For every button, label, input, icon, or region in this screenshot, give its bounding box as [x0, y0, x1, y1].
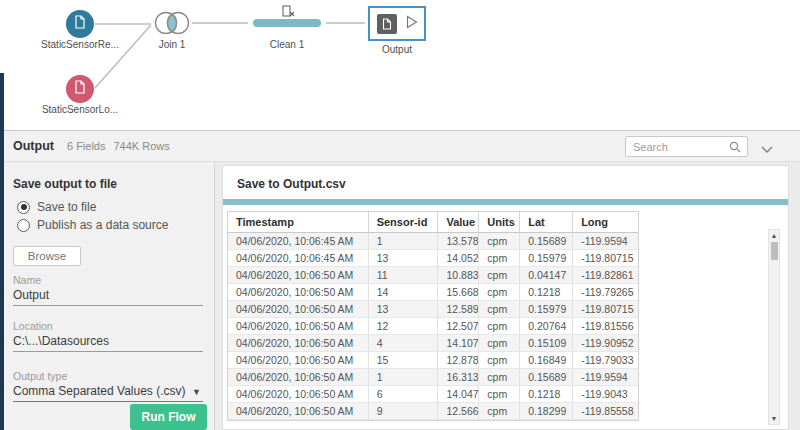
table-cell: 1 [369, 369, 439, 385]
output-type-value: Comma Separated Values (.csv) [13, 384, 186, 398]
node-static-sensor-readings[interactable] [66, 10, 94, 38]
location-label: Location [13, 320, 53, 332]
table-cell: cpm [479, 250, 520, 266]
table-cell: 04/06/2020, 10:06:50 AM [228, 301, 369, 317]
table-cell: 0.1218 [520, 386, 573, 402]
progress-bar [223, 199, 788, 205]
node-static-sensor-locations[interactable] [66, 75, 94, 103]
fields-count: 6 Fields [67, 140, 106, 152]
search-box[interactable] [625, 136, 748, 157]
table-cell: cpm [479, 335, 520, 351]
table-cell: 0.16849 [520, 352, 573, 368]
radio-unselected-icon[interactable] [17, 219, 30, 232]
node-label-output: Output [332, 44, 462, 55]
rows-count: 744K Rows [114, 140, 170, 152]
radio-publish-data-source[interactable]: Publish as a data source [17, 218, 214, 232]
table-cell: 0.15689 [520, 233, 573, 249]
table-cell: 14 [369, 284, 439, 300]
scroll-up-icon[interactable]: ▲ [769, 230, 779, 241]
table-cell: 12.589 [438, 301, 479, 317]
table-cell: 0.1218 [520, 284, 573, 300]
run-preview-play-icon[interactable] [406, 15, 418, 33]
table-row: 04/06/2020, 10:06:50 AM614.047cpm0.1218-… [228, 386, 638, 403]
radio-publish-label: Publish as a data source [37, 218, 168, 232]
preview-area: Save to Output.csv TimestampSensor-idVal… [215, 162, 800, 430]
table-cell: 12.878 [438, 352, 479, 368]
table-cell: cpm [479, 386, 520, 402]
table-cell: cpm [479, 301, 520, 317]
table-cell: 04/06/2020, 10:06:45 AM [228, 250, 369, 266]
table-cell: cpm [479, 267, 520, 283]
table-cell: -119.82861 [573, 267, 638, 283]
flow-canvas: StaticSensorRe... StaticSensorLo... Join… [0, 0, 800, 131]
table-cell: 0.15979 [520, 301, 573, 317]
column-header: Value [438, 212, 479, 232]
radio-save-to-file[interactable]: Save to file [17, 200, 214, 214]
table-cell: 0.15689 [520, 369, 573, 385]
table-cell: 9 [369, 403, 439, 419]
search-input[interactable] [626, 141, 729, 153]
output-preview-card: Save to Output.csv TimestampSensor-idVal… [222, 165, 789, 430]
table-cell: -119.80715 [573, 250, 638, 266]
location-field[interactable]: C:\...\Datasources [13, 334, 203, 352]
column-header: Sensor-id [369, 212, 439, 232]
column-header: Long [573, 212, 638, 232]
table-row: 04/06/2020, 10:06:50 AM1415.668cpm0.1218… [228, 284, 638, 301]
table-cell: 11 [369, 267, 439, 283]
table-cell: 15 [369, 352, 439, 368]
table-cell: 6 [369, 386, 439, 402]
table-cell: -119.9043 [573, 386, 638, 402]
scrollbar-thumb[interactable] [771, 242, 778, 260]
node-join-1[interactable] [152, 9, 194, 41]
column-header: Timestamp [228, 212, 369, 232]
table-cell: 14.052 [438, 250, 479, 266]
table-cell: 10.883 [438, 267, 479, 283]
table-cell: 13 [369, 301, 439, 317]
scroll-down-icon[interactable]: ▼ [769, 413, 779, 424]
table-row: 04/06/2020, 10:06:45 AM113.578cpm0.15689… [228, 233, 638, 250]
table-cell: 0.15109 [520, 335, 573, 351]
radio-selected-icon[interactable] [17, 201, 30, 214]
table-cell: -119.79033 [573, 352, 638, 368]
preview-table-body: 04/06/2020, 10:06:45 AM113.578cpm0.15689… [228, 233, 638, 420]
table-cell: -119.9594 [573, 369, 638, 385]
table-cell: 4 [369, 335, 439, 351]
run-flow-button[interactable]: Run Flow [130, 404, 207, 430]
name-label: Name [13, 274, 41, 286]
table-cell: 04/06/2020, 10:06:50 AM [228, 267, 369, 283]
table-cell: 14.107 [438, 335, 479, 351]
table-cell: cpm [479, 352, 520, 368]
pane-title: Output [13, 139, 54, 153]
config-title: Save output to file [13, 177, 214, 191]
table-cell: 04/06/2020, 10:06:50 AM [228, 403, 369, 419]
node-clean-1[interactable] [253, 19, 321, 27]
table-cell: cpm [479, 403, 520, 419]
node-output-selected[interactable] [368, 6, 426, 41]
preview-table-header: TimestampSensor-idValueUnitsLatLong [228, 212, 638, 233]
radio-save-label: Save to file [37, 200, 96, 214]
table-cell: -119.90952 [573, 335, 638, 351]
chevron-down-icon[interactable] [761, 139, 773, 157]
table-cell: -119.79265 [573, 284, 638, 300]
document-icon [74, 15, 86, 33]
table-cell: 13.578 [438, 233, 479, 249]
name-field[interactable]: Output [13, 288, 203, 306]
column-header: Lat [520, 212, 573, 232]
table-cell: 04/06/2020, 10:06:45 AM [228, 233, 369, 249]
table-cell: 1 [369, 233, 439, 249]
table-row: 04/06/2020, 10:06:50 AM116.313cpm0.15689… [228, 369, 638, 386]
table-row: 04/06/2020, 10:06:50 AM1312.589cpm0.1597… [228, 301, 638, 318]
table-row: 04/06/2020, 10:06:50 AM1110.883cpm0.0414… [228, 267, 638, 284]
output-type-dropdown[interactable]: Comma Separated Values (.csv) ▼ [13, 384, 203, 402]
table-cell: 0.18299 [520, 403, 573, 419]
preview-title: Save to Output.csv [237, 177, 346, 191]
vertical-scrollbar[interactable]: ▲ ▼ [768, 229, 780, 425]
table-cell: 13 [369, 250, 439, 266]
output-pane-header: Output 6 Fields 744K Rows [0, 131, 800, 162]
table-cell: 04/06/2020, 10:06:50 AM [228, 369, 369, 385]
output-config-panel: Save output to file Save to file Publish… [0, 162, 215, 430]
table-cell: cpm [479, 284, 520, 300]
join-venn-icon [152, 23, 194, 40]
table-cell: 04/06/2020, 10:06:50 AM [228, 318, 369, 334]
browse-button[interactable]: Browse [13, 246, 81, 266]
